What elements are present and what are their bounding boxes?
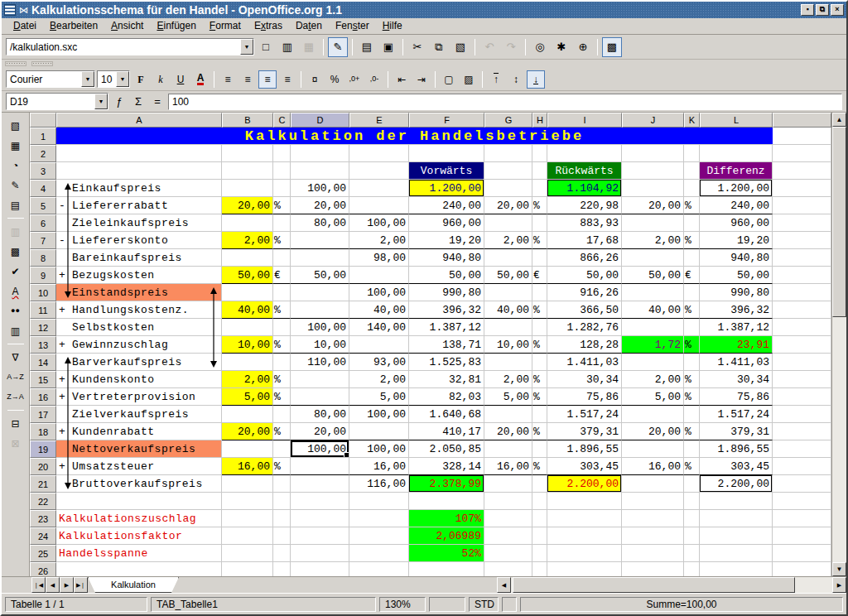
cell-G18[interactable]: 20,00: [484, 423, 532, 440]
cell-A11[interactable]: +Handlungskostenz.: [56, 301, 222, 319]
toolbar-grip[interactable]: [31, 61, 53, 66]
cell-C10[interactable]: [273, 284, 291, 301]
cell-K9[interactable]: €: [684, 267, 700, 284]
cell-pad[interactable]: [773, 423, 831, 440]
cell-F3[interactable]: Vorwärts: [409, 162, 484, 180]
cell-K16[interactable]: %: [684, 388, 700, 406]
cell-J2[interactable]: [622, 145, 684, 162]
cell-L13[interactable]: 23,91: [700, 336, 773, 354]
column-header-l[interactable]: L: [700, 113, 773, 128]
row-header-17[interactable]: 17: [30, 406, 56, 423]
cell-G8[interactable]: [484, 249, 532, 267]
cell-pad[interactable]: [773, 319, 831, 336]
cell-K10[interactable]: [684, 284, 700, 301]
cell-C17[interactable]: [273, 406, 291, 423]
cell-H14[interactable]: [532, 354, 547, 371]
cell-L24[interactable]: [700, 527, 773, 545]
cell-F14[interactable]: 1.525,83: [409, 354, 484, 371]
edit-file-icon[interactable]: ✎: [328, 37, 348, 57]
bold-button[interactable]: F: [132, 70, 150, 89]
cell-F10[interactable]: 990,80: [409, 284, 484, 301]
cell-A20[interactable]: +Umsatzsteuer: [56, 458, 222, 475]
cell-C13[interactable]: %: [273, 336, 291, 354]
name-box[interactable]: D19 ▼: [6, 93, 108, 110]
cell-D21[interactable]: [291, 475, 349, 493]
cell-L25[interactable]: [700, 545, 773, 562]
cell-E11[interactable]: 40,00: [349, 301, 409, 319]
cell-F6[interactable]: 960,00: [409, 214, 484, 232]
column-header-d[interactable]: D: [291, 113, 349, 128]
cell-F26[interactable]: [409, 562, 484, 576]
cell-B18[interactable]: 20,00: [222, 423, 273, 440]
cell-D16[interactable]: [291, 388, 349, 406]
align-justify-button[interactable]: ≡: [278, 70, 296, 89]
scroll-up-icon[interactable]: ▲: [832, 113, 846, 127]
cell-I6[interactable]: 883,93: [547, 214, 622, 232]
cell-C24[interactable]: [273, 527, 291, 545]
cell-H17[interactable]: [532, 406, 547, 423]
function-autopilot-icon[interactable]: ƒ: [111, 94, 128, 110]
cell-D10[interactable]: [291, 284, 349, 301]
cell-pad[interactable]: [773, 458, 831, 475]
row-header-11[interactable]: 11: [30, 301, 56, 319]
cell-F5[interactable]: 240,00: [409, 197, 484, 214]
cell-B21[interactable]: [222, 475, 273, 493]
cell-G17[interactable]: [484, 406, 532, 423]
cell-D25[interactable]: [291, 545, 349, 562]
cell-K17[interactable]: [684, 406, 700, 423]
cell-F15[interactable]: 32,81: [409, 371, 484, 388]
font-name-combo[interactable]: Courier ▼: [6, 70, 95, 88]
column-header-b[interactable]: B: [222, 113, 273, 128]
cut-icon[interactable]: ✂: [407, 37, 427, 57]
cell-K8[interactable]: [684, 249, 700, 267]
horizontal-scroll-track[interactable]: [511, 577, 832, 593]
copy-icon[interactable]: ⧉: [429, 37, 449, 57]
cell-pad[interactable]: [773, 301, 831, 319]
cell-J4[interactable]: [622, 180, 684, 197]
column-header-h[interactable]: H: [532, 113, 547, 128]
cell-J11[interactable]: 40,00: [622, 301, 684, 319]
cell-E26[interactable]: [349, 562, 409, 576]
cell-B24[interactable]: [222, 527, 273, 545]
chevron-down-icon[interactable]: ▼: [116, 71, 129, 87]
cell-A2[interactable]: [56, 145, 222, 162]
cell-I23[interactable]: [547, 510, 622, 527]
cell-I9[interactable]: 50,00: [547, 267, 622, 284]
cell-L4[interactable]: 1.200,00: [700, 180, 773, 197]
horizontal-scroll-thumb[interactable]: [513, 577, 795, 593]
cell-A24[interactable]: Kalkulationsfaktor: [56, 527, 222, 545]
percent-format-button[interactable]: %: [325, 70, 344, 89]
cell-J10[interactable]: [622, 284, 684, 301]
last-sheet-button[interactable]: ▶❘: [74, 577, 88, 593]
cell-A10[interactable]: Einstandspreis: [56, 284, 222, 301]
column-header-k[interactable]: K: [684, 113, 700, 128]
cell-J20[interactable]: 16,00: [622, 458, 684, 475]
open-document-icon[interactable]: ▥: [277, 37, 297, 57]
cell-pad[interactable]: [773, 180, 831, 197]
cell-J22[interactable]: [622, 493, 684, 510]
paste-icon[interactable]: ▧: [450, 37, 470, 57]
decrease-indent-button[interactable]: ⇤: [393, 70, 411, 89]
cell-B25[interactable]: [222, 545, 273, 562]
row-header-7[interactable]: 7: [30, 232, 56, 249]
cell-G26[interactable]: [484, 562, 532, 576]
cell-F7[interactable]: 19,20: [409, 232, 484, 249]
cell-J25[interactable]: [622, 545, 684, 562]
row-header-6[interactable]: 6: [30, 214, 56, 232]
cell-A16[interactable]: +Vertreterprovision: [56, 388, 222, 406]
cell-L12[interactable]: 1.387,12: [700, 319, 773, 336]
cell-E22[interactable]: [349, 493, 409, 510]
cell-G15[interactable]: 2,00: [484, 371, 532, 388]
cell-K11[interactable]: %: [684, 301, 700, 319]
scroll-left-icon[interactable]: ◀: [497, 577, 511, 593]
corner-header[interactable]: [30, 113, 56, 128]
cell-G22[interactable]: [484, 493, 532, 510]
cell-H20[interactable]: %: [532, 458, 547, 475]
cell-G12[interactable]: [484, 319, 532, 336]
row-header-10[interactable]: 10: [30, 284, 56, 301]
cell-C15[interactable]: %: [273, 371, 291, 388]
cell-I24[interactable]: [547, 527, 622, 545]
row-header-19[interactable]: 19: [30, 440, 56, 458]
cell-I12[interactable]: 1.282,76: [547, 319, 622, 336]
cell-G16[interactable]: 5,00: [484, 388, 532, 406]
